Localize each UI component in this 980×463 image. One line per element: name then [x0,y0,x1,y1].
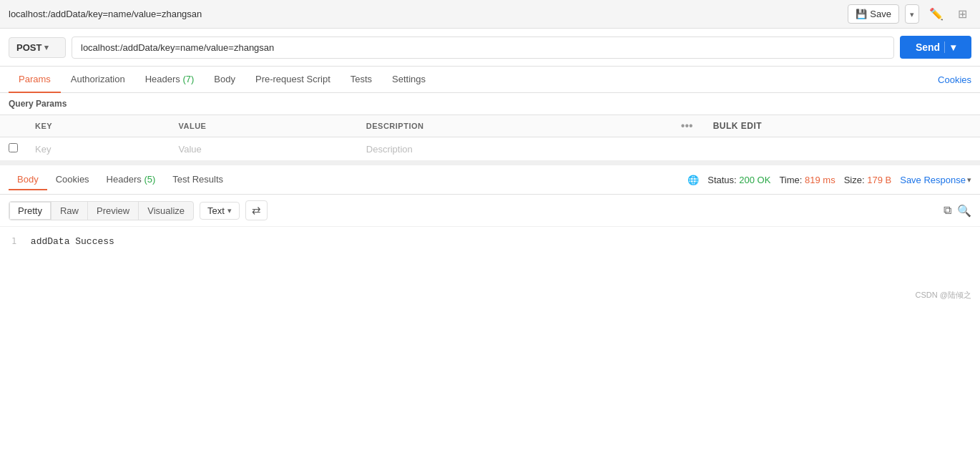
watermark: CSDN @陆倾之 [0,284,980,306]
response-body: 1 addData Success [0,227,980,284]
time-label: Time: 819 ms [779,175,835,185]
format-buttons-group: Pretty Raw Preview Visualize [9,201,194,220]
preview-button[interactable]: Preview [88,202,139,220]
visualize-button[interactable]: Visualize [139,202,193,220]
checkbox-col [0,115,26,137]
response-tab-body[interactable]: Body [9,170,47,190]
globe-icon: 🌐 [687,175,699,185]
headers-badge: (7) [182,74,194,84]
response-code: addData Success [31,236,114,247]
chevron-down-icon: ▾ [910,10,914,19]
cookies-link[interactable]: Cookies [938,74,971,85]
edit-icon[interactable]: ✏️ [925,6,948,22]
text-type-chevron-icon: ▾ [227,206,232,215]
response-tabs: Body Cookies Headers (5) Test Results 🌐 … [0,165,980,195]
tab-headers[interactable]: Headers (7) [135,67,205,93]
tab-params[interactable]: Params [9,67,61,93]
key-header: KEY [26,115,170,137]
text-type-label: Text [207,205,225,216]
url-bar: POST ▾ Send ▾ [0,29,980,67]
response-tab-headers[interactable]: Headers (5) [98,170,165,190]
search-button[interactable]: 🔍 [957,204,971,218]
row-actions [670,137,705,161]
wrap-button[interactable]: ⇄ [245,200,268,220]
size-label: Size: 179 B [844,175,892,185]
copy-button[interactable]: ⧉ [944,204,951,218]
send-button[interactable]: Send ▾ [900,36,971,59]
time-value: 819 ms [805,175,836,185]
method-select[interactable]: POST ▾ [9,37,66,58]
size-value: 179 B [867,175,891,185]
title-bar-actions: 💾 Save ▾ ✏️ ⊞ [848,4,971,24]
text-type-dropdown[interactable]: Text ▾ [200,202,240,220]
request-tabs: Params Authorization Headers (7) Body Pr… [0,67,980,93]
method-chevron-icon: ▾ [44,43,49,52]
tab-tests[interactable]: Tests [340,67,382,93]
row-extra [705,137,980,161]
status-label: Status: 200 OK [707,175,770,185]
params-table: KEY VALUE DESCRIPTION ••• Bulk Edit Key … [0,114,980,161]
actions-header: ••• [670,115,705,137]
url-input[interactable] [72,36,894,59]
response-tab-test-results[interactable]: Test Results [164,170,232,190]
layout-icon[interactable]: ⊞ [954,6,971,22]
bulk-edit-header: Bulk Edit [705,115,980,137]
more-options-button[interactable]: ••• [678,120,696,132]
status-value: 200 OK [739,175,770,185]
table-row: Key Value Description [0,137,980,161]
tab-body[interactable]: Body [204,67,245,93]
wrap-icon: ⇄ [252,204,261,216]
pretty-button[interactable]: Pretty [9,202,52,220]
method-label: POST [16,42,41,53]
value-cell[interactable]: Value [170,137,357,161]
save-button[interactable]: 💾 Save [848,4,899,24]
key-cell[interactable]: Key [26,137,170,161]
value-header: VALUE [170,115,357,137]
response-headers-badge: (5) [144,174,155,185]
tab-prerequest[interactable]: Pre-request Script [245,67,340,93]
description-header: DESCRIPTION [358,115,670,137]
save-response-chevron-icon: ▾ [967,175,971,185]
query-params-header: Query Params [0,93,980,114]
save-response-button[interactable]: Save Response ▾ [900,175,971,185]
line-number: 1 [11,236,16,246]
description-cell[interactable]: Description [358,137,670,161]
window-title: localhost:/addData/key=name/value=zhangs… [9,9,202,19]
response-meta: 🌐 Status: 200 OK Time: 819 ms Size: 179 … [687,175,971,185]
row-checkbox[interactable] [0,137,26,161]
tab-authorization[interactable]: Authorization [61,67,135,93]
tab-settings[interactable]: Settings [382,67,436,93]
save-icon: 💾 [856,9,867,19]
table-header-row: KEY VALUE DESCRIPTION ••• Bulk Edit [0,115,980,137]
response-actions: ⧉ 🔍 [944,204,971,218]
send-chevron-icon: ▾ [944,42,956,53]
bulk-edit-button[interactable]: Bulk Edit [713,121,763,131]
title-bar: localhost:/addData/key=name/value=zhangs… [0,0,980,29]
raw-button[interactable]: Raw [52,202,88,220]
param-checkbox[interactable] [9,143,18,152]
save-dropdown-button[interactable]: ▾ [905,4,919,24]
response-tab-cookies[interactable]: Cookies [47,170,98,190]
format-bar: Pretty Raw Preview Visualize Text ▾ ⇄ ⧉ … [0,195,980,227]
